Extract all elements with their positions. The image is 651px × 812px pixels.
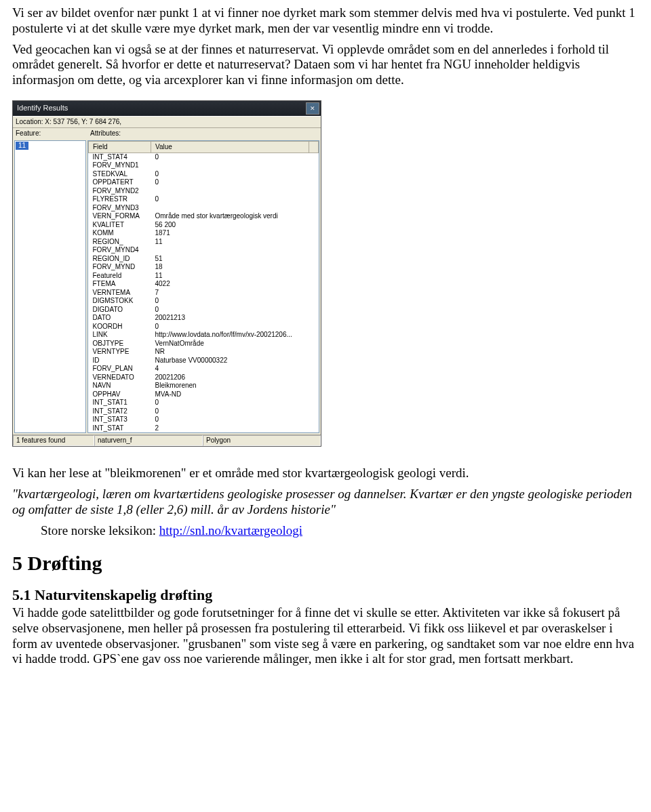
feature-item-selected[interactable]: 11: [16, 142, 28, 150]
table-row[interactable]: INT_STAT30: [89, 415, 319, 424]
attr-field: STEDKVAL: [89, 170, 151, 179]
table-row[interactable]: OPPDATERT0: [89, 178, 319, 187]
attr-value: 11: [151, 272, 309, 281]
table-row[interactable]: FeatureId11: [89, 272, 319, 281]
table-row[interactable]: VERN_FORMAOmråde med stor kvartærgeologi…: [89, 212, 319, 221]
attr-field: VERNTEMA: [89, 289, 151, 298]
table-row[interactable]: REGION_ID51: [89, 255, 319, 264]
paragraph-4: Vi hadde gode satelittbilder og gode for…: [12, 605, 639, 667]
attr-field: FTEMA: [89, 280, 151, 289]
location-label: Location: X: 537 756, Y: 7 684 276,: [13, 116, 321, 127]
table-row[interactable]: FORV_PLAN4: [89, 365, 319, 373]
attr-field: NAVN: [89, 382, 151, 390]
attr-field: OBJTYPE: [89, 340, 151, 348]
table-row[interactable]: VERNTEMA7: [89, 289, 319, 298]
attr-field: KOMM: [89, 229, 151, 238]
attributes-header: Attributes:: [87, 128, 321, 139]
attr-value: 0: [151, 178, 309, 187]
attr-field: OPPHAV: [89, 390, 151, 399]
attr-field: FeatureId: [89, 272, 151, 281]
attr-value: 4: [151, 365, 309, 373]
attr-value: 0: [151, 415, 309, 424]
attr-field: INT_STAT3: [89, 415, 151, 424]
attr-value: 0: [151, 306, 309, 314]
attr-field: KVALITET: [89, 221, 151, 230]
attr-field: INT_STAT4: [89, 153, 151, 161]
table-row[interactable]: FTEMA4022: [89, 280, 319, 289]
attr-value: 0: [151, 170, 309, 179]
attr-value: Område med stor kvartærgeologisk verdi: [151, 212, 309, 221]
attr-value: 18: [151, 263, 309, 272]
heading-5: 5 Drøfting: [12, 551, 639, 575]
quote-text: "kvartærgeologi, læren om kvartærtidens …: [12, 487, 632, 516]
citation-prefix: Store norske leksikon:: [41, 523, 159, 537]
table-row[interactable]: FORV_MYND4: [89, 246, 319, 255]
table-row[interactable]: FLYRESTR0: [89, 195, 319, 204]
col-value[interactable]: Value: [151, 141, 309, 153]
table-row[interactable]: INT_STAT10: [89, 399, 319, 407]
table-row[interactable]: STEDKVAL0: [89, 170, 319, 179]
table-row[interactable]: FORV_MYND18: [89, 263, 319, 272]
table-row[interactable]: DIGDATO0: [89, 306, 319, 314]
table-row[interactable]: FORV_MYND1: [89, 161, 319, 170]
attr-field: VERN_FORMA: [89, 212, 151, 221]
status-geometry: Polygon: [203, 435, 321, 446]
attr-value: [151, 204, 309, 213]
attr-field: VERNEDATO: [89, 373, 151, 382]
col-field[interactable]: Field: [89, 141, 151, 153]
table-row[interactable]: DATO20021213: [89, 314, 319, 323]
table-row[interactable]: OPPHAVMVA-ND: [89, 390, 319, 399]
table-row[interactable]: INT_STAT40: [89, 153, 319, 161]
attr-value: 20021213: [151, 314, 309, 323]
table-row[interactable]: REGION_11: [89, 238, 319, 247]
table-row[interactable]: OBJTYPEVernNatOmråde: [89, 340, 319, 348]
attr-value: 7: [151, 289, 309, 298]
attr-value: 0: [151, 153, 309, 161]
attr-field: KOORDH: [89, 323, 151, 331]
table-row[interactable]: KOORDH0: [89, 323, 319, 331]
attr-field: INT_STAT1: [89, 399, 151, 407]
table-row[interactable]: LINKhttp://www.lovdata.no/for/lf/mv/xv-2…: [89, 331, 319, 340]
table-row[interactable]: INT_STAT2: [89, 424, 319, 433]
attr-value: 51: [151, 255, 309, 264]
attr-value: 0: [151, 297, 309, 306]
attr-field: REGION_: [89, 238, 151, 247]
table-row[interactable]: DIGMSTOKK0: [89, 297, 319, 306]
col-spacer: [309, 141, 318, 153]
attr-value: 1871: [151, 229, 309, 238]
status-bar: 1 features found naturvern_f Polygon: [13, 434, 321, 446]
close-icon[interactable]: ✕: [306, 102, 319, 115]
attr-value: Bleikmorenen: [151, 382, 309, 390]
table-row[interactable]: IDNaturbase VV00000322: [89, 357, 319, 365]
citation-link[interactable]: http://snl.no/kvartærgeologi: [159, 523, 302, 537]
paragraph-1: Vi ser av bildet ovenfor nær punkt 1 at …: [12, 5, 639, 37]
table-row[interactable]: FORV_MYND3: [89, 204, 319, 213]
attr-value: 2: [151, 424, 309, 433]
table-row[interactable]: KVALITET56 200: [89, 221, 319, 230]
attr-value: 0: [151, 407, 309, 416]
table-row[interactable]: KOMM1871: [89, 229, 319, 238]
table-row[interactable]: VERNEDATO20021206: [89, 373, 319, 382]
status-features-found: 1 features found: [13, 435, 94, 446]
attr-field: FORV_MYND4: [89, 246, 151, 255]
table-row[interactable]: VERNTYPENR: [89, 348, 319, 357]
attributes-grid[interactable]: Field Value INT_STAT40FORV_MYND1STEDKVAL…: [87, 140, 319, 434]
attr-value: 11: [151, 238, 309, 247]
attr-field: REGION_ID: [89, 255, 151, 264]
attr-field: FORV_MYND2: [89, 187, 151, 196]
attr-value: VernNatOmråde: [151, 340, 309, 348]
dialog-titlebar: Identify Results ✕: [13, 101, 321, 116]
table-row[interactable]: NAVNBleikmorenen: [89, 382, 319, 390]
table-row[interactable]: FORV_MYND2: [89, 187, 319, 196]
heading-5-1: 5.1 Naturvitenskapelig drøfting: [12, 586, 639, 604]
attr-field: DIGDATO: [89, 306, 151, 314]
table-row[interactable]: INT_STAT20: [89, 407, 319, 416]
attr-field: INT_STAT2: [89, 407, 151, 416]
attr-value: [151, 246, 309, 255]
feature-list[interactable]: 11: [14, 140, 86, 434]
citation-line: Store norske leksikon: http://snl.no/kva…: [41, 523, 639, 539]
status-layer: naturvern_f: [94, 435, 203, 446]
attr-field: DATO: [89, 314, 151, 323]
attr-field: OPPDATERT: [89, 178, 151, 187]
attr-value: 20021206: [151, 373, 309, 382]
